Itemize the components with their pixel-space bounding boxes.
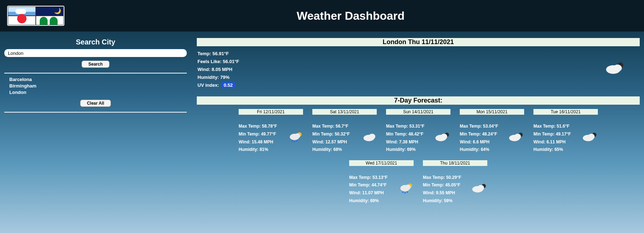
search-input[interactable] <box>4 49 187 57</box>
forecast-min: Min Temp: 48.42°F <box>386 130 424 138</box>
forecast-date: Wed 17/11/2021 <box>349 160 414 166</box>
svg-point-2 <box>613 65 622 72</box>
forecast-humidity: Humidity: 69% <box>386 146 424 154</box>
svg-point-16 <box>514 134 521 139</box>
cloud-icon <box>362 132 377 144</box>
app-logo <box>7 6 64 26</box>
forecast-stats: Max Temp: 51.6°FMin Temp: 49.17°FWind: 6… <box>533 123 571 153</box>
forecast-stats: Max Temp: 53.04°FMin Temp: 48.24°FWind: … <box>460 123 498 153</box>
forecast-date: Sun 14/11/2021 <box>386 109 450 115</box>
forecast-card: Mon 15/11/2021Max Temp: 53.04°FMin Temp:… <box>460 109 524 153</box>
forecast-humidity: Humidity: 81% <box>239 146 277 154</box>
svg-point-7 <box>294 141 295 142</box>
forecast-card: Wed 17/11/2021Max Temp: 53.13°FMin Temp:… <box>349 160 414 205</box>
svg-point-22 <box>405 185 411 190</box>
forecast-cards-row1: Fri 12/11/2021Max Temp: 58.78°FMin Temp:… <box>197 109 640 153</box>
forecast-wind: Wind: 7.38 MPH <box>386 138 424 146</box>
forecast-min: Min Temp: 44.74°F <box>349 181 387 189</box>
forecast-max: Max Temp: 51.6°F <box>533 123 571 130</box>
forecast-min: Min Temp: 49.77°F <box>239 130 277 138</box>
forecast-wind: Wind: 11.07 MPH <box>349 189 387 197</box>
forecast-date: Sat 13/11/2021 <box>312 109 377 115</box>
search-panel: Search City Search BarcelonaBirminghamLo… <box>4 38 187 205</box>
forecast-wind: Wind: 15.48 MPH <box>239 138 277 146</box>
forecast-max: Max Temp: 58.78°F <box>239 123 277 130</box>
forecast-heading: 7-Day Forecast: <box>197 96 640 105</box>
cloud-moon-icon <box>472 183 487 196</box>
forecast-card: Fri 12/11/2021Max Temp: 58.78°FMin Temp:… <box>239 109 303 153</box>
svg-point-10 <box>369 134 375 139</box>
forecast-cards-row2: Wed 17/11/2021Max Temp: 53.13°FMin Temp:… <box>197 160 640 205</box>
forecast-date: Tue 16/11/2021 <box>533 109 598 115</box>
forecast-date: Fri 12/11/2021 <box>239 109 303 115</box>
forecast-wind: Wind: 9.55 MPH <box>423 189 461 197</box>
forecast-date: Thu 18/11/2021 <box>423 160 487 166</box>
clear-all-button[interactable]: Clear All <box>80 100 111 107</box>
forecast-stats: Max Temp: 53.31°FMin Temp: 48.42°FWind: … <box>386 123 424 153</box>
svg-point-19 <box>588 134 595 139</box>
forecast-max: Max Temp: 50.29°F <box>423 174 461 182</box>
divider <box>4 112 187 113</box>
svg-point-24 <box>404 192 406 194</box>
history-list: BarcelonaBirminghamLondon <box>4 76 187 96</box>
forecast-card: Thu 18/11/2021Max Temp: 50.29°FMin Temp:… <box>423 160 487 205</box>
current-heading: London Thu 11/11/2021 <box>197 38 640 46</box>
svg-point-28 <box>478 185 484 191</box>
forecast-min: Min Temp: 45.05°F <box>423 181 461 189</box>
svg-point-6 <box>292 140 293 142</box>
forecast-min: Min Temp: 50.32°F <box>312 130 350 138</box>
svg-point-25 <box>406 191 408 193</box>
current-stats: Temp: 56.91°F Feels Like: 56.01°F Wind: … <box>197 50 239 89</box>
rain-sun-icon <box>289 131 303 145</box>
forecast-max: Max Temp: 53.04°F <box>460 123 498 130</box>
current-feels-like: Feels Like: 56.01°F <box>197 58 239 66</box>
forecast-card: Sat 13/11/2021Max Temp: 56.7°FMin Temp: … <box>312 109 377 153</box>
current-humidity: Humidity: 79% <box>197 73 239 81</box>
forecast-stats: Max Temp: 50.29°FMin Temp: 45.05°FWind: … <box>423 174 461 205</box>
forecast-card: Sun 14/11/2021Max Temp: 53.31°FMin Temp:… <box>386 109 450 153</box>
cloud-moon-icon <box>605 61 625 79</box>
forecast-max: Max Temp: 56.7°F <box>312 123 350 130</box>
current-wind: Wind: 8.05 MPH <box>197 66 239 73</box>
cloud-moon-icon <box>435 132 450 145</box>
uv-badge: 0.52 <box>221 82 235 88</box>
current-uv: UV index: 0.52 <box>197 81 239 89</box>
forecast-humidity: Humidity: 65% <box>533 146 571 154</box>
forecast-humidity: Humidity: 64% <box>460 146 498 154</box>
svg-point-13 <box>441 134 447 139</box>
forecast-humidity: Humidity: 68% <box>312 146 350 154</box>
svg-point-23 <box>402 191 404 193</box>
forecast-humidity: Humidity: 59% <box>423 197 461 205</box>
forecast-card: Tue 16/11/2021Max Temp: 51.6°FMin Temp: … <box>533 109 598 153</box>
weather-content: London Thu 11/11/2021 Temp: 56.91°F Feel… <box>197 38 640 205</box>
forecast-wind: Wind: 6.11 MPH <box>533 138 571 146</box>
forecast-humidity: Humidity: 69% <box>349 197 387 205</box>
forecast-min: Min Temp: 48.24°F <box>460 130 498 138</box>
forecast-min: Min Temp: 49.17°F <box>533 130 571 138</box>
forecast-stats: Max Temp: 56.7°FMin Temp: 50.32°FWind: 1… <box>312 123 350 153</box>
history-item[interactable]: London <box>9 89 187 96</box>
forecast-date: Mon 15/11/2021 <box>460 109 524 115</box>
search-button[interactable]: Search <box>82 61 109 68</box>
page-title: Weather Dashboard <box>64 9 637 23</box>
history-item[interactable]: Barcelona <box>9 76 187 83</box>
history-item[interactable]: Birmingham <box>9 83 187 89</box>
forecast-max: Max Temp: 53.13°F <box>349 174 387 182</box>
current-temp: Temp: 56.91°F <box>197 50 239 58</box>
forecast-wind: Wind: 6.6 MPH <box>460 138 498 146</box>
search-heading: Search City <box>4 38 187 46</box>
forecast-max: Max Temp: 53.31°F <box>386 123 424 130</box>
forecast-stats: Max Temp: 58.78°FMin Temp: 49.77°FWind: … <box>239 123 277 153</box>
current-weather: Temp: 56.91°F Feels Like: 56.01°F Wind: … <box>197 50 640 96</box>
forecast-wind: Wind: 12.57 MPH <box>312 138 350 146</box>
rain-sun-icon <box>399 182 414 196</box>
divider <box>4 73 187 73</box>
svg-point-5 <box>294 133 300 138</box>
cloud-moon-icon <box>582 132 598 145</box>
cloud-moon-icon <box>508 132 524 145</box>
svg-point-8 <box>296 140 297 142</box>
forecast-stats: Max Temp: 53.13°FMin Temp: 44.74°FWind: … <box>349 174 387 205</box>
app-header: Weather Dashboard <box>0 0 644 32</box>
